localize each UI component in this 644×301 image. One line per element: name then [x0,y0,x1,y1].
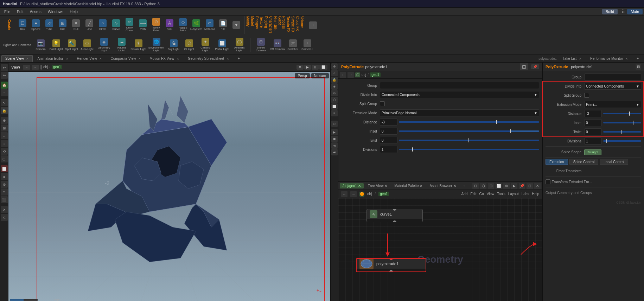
menu-assets[interactable]: Assets [27,9,44,14]
vp-btn-9[interactable]: ▶ [331,129,338,135]
sidebar-tool1[interactable]: ↖ [1,99,8,106]
node-curve1[interactable]: ∿ curve1 [366,209,423,222]
prop-distance-value[interactable]: -3 [380,119,397,126]
ne-menu-fwd[interactable]: → [350,191,357,197]
vp-btn-10[interactable]: ⏹ [331,136,338,142]
vp-btn-7[interactable]: ⬜ [331,103,338,110]
tool-camera-plus[interactable]: + Camera+ [301,37,314,53]
tool-null[interactable]: ✕ Null [70,17,82,33]
vp-btn-11[interactable]: ⏮ [331,142,338,149]
ne-icon-1[interactable]: ⊟ [472,183,479,189]
sidebar-tool5[interactable]: ↕ [1,140,8,147]
sidebar-tool7[interactable]: ⬡ [1,155,8,162]
tab-take-list[interactable]: Take List ✕ [559,55,586,62]
ne-path-obj[interactable]: obj [367,192,372,196]
vp-btn-8[interactable]: ≡ [331,110,338,116]
sidebar-tool9[interactable]: ◈ [1,173,8,180]
spine-straight-btn[interactable]: Straight [584,149,601,155]
props2-group-input[interactable] [584,73,641,81]
viewport-render[interactable]: ▶ [304,65,311,70]
vp-btn-6[interactable]: ⬡ [331,97,338,103]
prop-inset-slider[interactable] [399,130,539,132]
menu-edit[interactable]: Edit [14,9,26,14]
tab-render-view[interactable]: Render View ✕ [73,55,106,62]
main-workspace[interactable]: Main [627,9,643,14]
view-path-geo1[interactable]: geo1 [52,65,62,69]
tool-tube[interactable]: ⌭ Tube [43,17,56,33]
props-expand[interactable]: ⊟ [520,63,528,70]
sidebar-tool13[interactable]: ✕ [1,206,8,213]
props2-divisions-value[interactable]: 1 [584,137,602,145]
view-path-obj[interactable]: obj [43,65,48,69]
ne-tab-obj-geo1[interactable]: /obj/geo1 ✕ [340,183,364,188]
viewport-split[interactable]: ⊞ [312,65,319,70]
ne-tab-asset-browser[interactable]: Asset Browser ✕ [427,183,459,188]
ne-add[interactable]: Add [461,192,467,196]
tab-motion-fx[interactable]: Motion FX View ✕ [146,55,183,62]
prop-distance-slider[interactable] [399,121,539,123]
curve1-output-bottom[interactable] [393,220,396,222]
ne-close[interactable]: ✕ [534,183,541,189]
ne-icon-3[interactable]: ⊞ [488,183,494,189]
tab-right-add[interactable]: + [633,55,643,62]
prop-divisions-value[interactable]: 1 [380,146,397,153]
prop-group-value[interactable] [380,82,539,89]
sidebar-home[interactable]: 🏠 [1,82,8,89]
tool-camera[interactable]: 📷 Camera [33,37,48,53]
tool-box[interactable]: ☐ Box [16,17,29,33]
ne-icon-5[interactable]: ⊕ [503,183,510,189]
tool-lsystem[interactable]: 🌿 L-System [190,17,203,33]
tool-sky-light[interactable]: 🌤 Sky Light [166,37,181,53]
vp-btn-5[interactable]: ⊙ [331,90,338,96]
props2-distance-value[interactable]: -3 [584,110,602,117]
menu-windows[interactable]: Windows [45,9,66,14]
menu-help[interactable]: Help [67,9,81,14]
props-nav-obj[interactable]: obj [362,73,366,77]
tab-add[interactable]: + [234,55,244,62]
tool-more[interactable]: ▼ [230,17,243,33]
ne-layout[interactable]: Layout [508,192,519,196]
props2-distance-slider[interactable] [603,113,641,114]
sidebar-lock[interactable]: 🔒 [1,107,8,114]
props-nav-fwd[interactable]: → [347,72,354,78]
tool-spray-paint[interactable]: ⊙ Spray Paint [150,17,162,33]
tool-point-light[interactable]: 💡 Point Light [49,37,64,53]
tool-spot-light[interactable]: 🔦 Spot Light [64,37,79,53]
prop-inset-value[interactable]: 0 [380,128,397,135]
menu-file[interactable]: File [1,9,13,14]
ne-go[interactable]: Go [479,192,484,196]
ne-tab-treeview[interactable]: Tree View ✕ [365,183,390,188]
sidebar-tool8[interactable]: ⬜ [1,165,8,172]
sidebar-tool10[interactable]: ⊙ [1,181,8,188]
tab-performance-monitor[interactable]: Performance Monitor ✕ [586,55,632,62]
extrusion-tab-btn[interactable]: Extrusion [546,159,568,165]
sidebar-tool3[interactable]: ⊞ [1,124,8,132]
sidebar-tool6[interactable]: ⟲ [1,148,8,155]
tool-sphere[interactable]: ● Sphere [30,17,42,33]
ne-menu-back[interactable]: ← [341,191,347,197]
tool-vr-camera[interactable]: 👓 VR Camera [270,37,285,53]
sidebar-select[interactable]: ↩ [1,64,8,71]
ne-expand[interactable]: ⊟ [527,183,533,189]
ne-icon-6[interactable]: ▶ [511,183,517,189]
props2-divisions-slider[interactable] [603,140,641,142]
tool-grid[interactable]: ⊞ Grid [56,17,69,33]
tool-gi-light[interactable]: ⬡ GI Light [182,37,197,53]
vp-btn-lock[interactable]: 🔒 [331,77,338,83]
props-nav-back[interactable]: ← [340,72,346,78]
prop-twist-value[interactable]: 0 [380,137,397,144]
props2-transform-checkbox[interactable] [546,179,550,184]
ne-view[interactable]: View [487,192,495,196]
sidebar-up[interactable]: ↑ [1,89,8,96]
sidebar-tool2[interactable]: ⊕ [1,117,8,124]
ne-tools[interactable]: Tools [497,192,505,196]
view-btn-fwd[interactable]: → [32,65,39,70]
sidebar-tool4[interactable]: ↔ [1,132,8,139]
persp-button[interactable]: Persp [295,73,310,78]
tool-caustic-light[interactable]: ✦ Caustic Light [197,37,213,53]
ne-tab-add[interactable]: + [460,183,468,188]
tool-environment-light[interactable]: 🌐 Environment Light [147,37,166,53]
props2-extrusion-value[interactable]: Primi... ▼ [584,101,641,108]
ne-icon-2[interactable]: ⬡ [480,183,486,189]
props-pin[interactable]: 📌 [531,64,539,69]
